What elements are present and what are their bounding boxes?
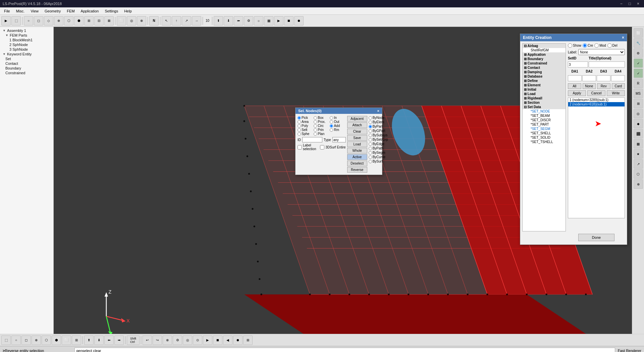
sidebar-icon-11[interactable]: ⬛ [634, 129, 643, 138]
radio-cre[interactable]: Cre [583, 43, 593, 48]
bottom-btn-22[interactable]: ⏺ [233, 336, 243, 345]
sidebar-icon-16[interactable]: ⊕ [634, 179, 643, 189]
radio-bypath[interactable]: ByPath [369, 146, 388, 150]
toolbar-btn-17[interactable]: ↗ [182, 16, 191, 26]
et-set-beam[interactable]: *SET_BEAM [523, 114, 566, 118]
toolbar-btn-12[interactable]: ⬜ [117, 16, 126, 26]
bottom-btn-9[interactable]: ⬆ [84, 336, 94, 345]
radio-box[interactable]: Box [314, 116, 329, 120]
radio-bypart[interactable]: ByPart [369, 125, 388, 128]
bottom-btn-16[interactable]: ⚙ [173, 336, 182, 345]
et-setdata[interactable]: ⊟ Set Data [523, 105, 566, 109]
done-btn[interactable]: Done [578, 234, 614, 241]
entity-creation-close[interactable]: × [622, 35, 624, 40]
toolbar-btn-N[interactable]: N [149, 16, 159, 26]
et-set-solid[interactable]: *SET_SOLID [523, 135, 566, 140]
sidebar-icon-2[interactable]: 🔧 [634, 38, 643, 48]
et-shellrefgm[interactable]: ShellRefGM [523, 48, 566, 52]
tree-constrained[interactable]: Constrained [0, 71, 53, 75]
bottom-btn-19[interactable]: ▶ [203, 336, 212, 345]
toolbar-btn-7[interactable]: ⬡ [64, 16, 73, 26]
bottom-btn-3[interactable]: ◻ [21, 336, 31, 345]
card-btn[interactable]: Card [612, 83, 625, 89]
radio-bynode[interactable]: ByNode [369, 116, 388, 120]
menu-application[interactable]: Application [78, 8, 102, 14]
radio-sphe[interactable]: Sphe [298, 132, 313, 136]
whole-btn[interactable]: Whole [347, 148, 367, 153]
tree-fem-parts[interactable]: ▼ FEM Parts [0, 33, 53, 38]
write-btn[interactable]: Write [607, 90, 625, 96]
sidebar-icon-7[interactable]: MS [634, 89, 643, 98]
et-constrained[interactable]: ⊞ Constrained [523, 61, 566, 65]
toolbar-btn-13[interactable]: ◎ [127, 16, 136, 26]
adjacent-btn[interactable]: Adjacent [347, 116, 367, 122]
radio-area[interactable]: Area [298, 120, 313, 124]
sidebar-icon-14[interactable]: ↗ [634, 159, 643, 169]
menu-misc[interactable]: Misc. [13, 8, 28, 14]
et-database[interactable]: ⊞ Database [523, 74, 566, 79]
tree-blockmesh1[interactable]: 1 BlockMesh1 [0, 38, 53, 42]
toolbar-btn-21[interactable]: ⬅ [234, 16, 243, 26]
toolbar-btn-16[interactable]: ↑ [172, 16, 181, 26]
bottom-btn-14[interactable]: ↪ [153, 336, 162, 345]
deselect-btn[interactable]: Deselect [347, 161, 367, 166]
bottom-btn-8[interactable]: ⊞ [72, 336, 81, 345]
sidebar-icon-13[interactable]: ★ [634, 149, 643, 159]
radio-in[interactable]: In [330, 116, 345, 120]
radio-bygpart[interactable]: ByGPart [369, 129, 388, 133]
attach-btn[interactable]: Attach [347, 122, 367, 128]
tree-sphnode1[interactable]: 2 SphNode [0, 42, 53, 47]
radio-byelem[interactable]: ByElem [369, 120, 388, 124]
bottom-btn-18[interactable]: ⊙ [193, 336, 202, 345]
toolbar-btn-27[interactable]: ⏺ [294, 16, 304, 26]
menu-file[interactable]: File [1, 8, 13, 14]
toolbar-btn-11[interactable]: ⊠ [104, 16, 114, 26]
tree-contact[interactable]: Contact [0, 61, 53, 66]
sidebar-icon-12[interactable]: ▦ [634, 139, 643, 148]
bottom-btn-12[interactable]: ➡ [114, 336, 124, 345]
toolbar-btn-2[interactable]: ⬚ [11, 16, 21, 26]
tree-boundary[interactable]: Boundary [0, 66, 53, 71]
bottom-btn-shift[interactable]: ShiftCtrl [127, 336, 140, 345]
minimize-btn[interactable]: − [618, 1, 625, 6]
label-select[interactable]: None [578, 49, 625, 55]
sidebar-icon-15[interactable]: ⬡ [634, 169, 643, 179]
et-initial[interactable]: ⊞ Initial [523, 87, 566, 92]
tree-keyword-entity[interactable]: ▼ Keyword Entity [0, 52, 53, 56]
toolbar-btn-20[interactable]: ⬇ [224, 16, 233, 26]
et-set-part[interactable]: *SET_PART [523, 122, 566, 127]
toolbar-btn-10[interactable]: ⊟ [94, 16, 104, 26]
sidebar-icon-8[interactable]: ⊞ [634, 99, 643, 108]
toolbar-btn-14[interactable]: ⊗ [137, 16, 146, 26]
setid-input[interactable] [568, 61, 588, 68]
bottom-btn-23[interactable]: ⊞ [243, 336, 253, 345]
radio-plan[interactable]: Plan [314, 132, 329, 136]
toolbar-btn-3[interactable]: ○ [24, 16, 33, 26]
apply-btn[interactable]: Apply [568, 90, 586, 96]
toolbar-btn-15[interactable]: ↖ [162, 16, 171, 26]
title-bar-controls[interactable]: − □ × [618, 1, 641, 6]
menu-view[interactable]: View [28, 8, 41, 14]
none-btn[interactable]: None [583, 83, 596, 89]
tree-sphnode2[interactable]: 3 SphNode [0, 47, 53, 52]
command-input[interactable] [74, 348, 615, 352]
da2-input[interactable] [582, 75, 596, 81]
radio-add[interactable]: Add [330, 124, 345, 128]
radio-prin[interactable]: Prin [314, 128, 329, 132]
rev-btn[interactable]: Rev [597, 83, 610, 89]
et-boundary[interactable]: ⊞ Boundary [523, 57, 566, 61]
bottom-btn-21[interactable]: ◀ [223, 336, 232, 345]
radio-prox[interactable]: Prox. [314, 120, 329, 124]
radio-poly[interactable]: Poly [298, 124, 313, 128]
et-define[interactable]: ⊞ Define [523, 79, 566, 83]
radio-show[interactable]: Show [568, 43, 581, 48]
sidebar-icon-6[interactable]: R [634, 79, 643, 88]
bottom-btn-10[interactable]: ⬇ [94, 336, 104, 345]
et-airbag[interactable]: ⊟ Airbag [523, 44, 566, 48]
et-element[interactable]: ⊞ Element [523, 83, 566, 87]
radio-bysubsys[interactable]: BySubsys [369, 133, 388, 137]
sidebar-icon-4[interactable]: ✓ [634, 58, 643, 68]
toolbar-btn-1[interactable]: ▶ [1, 16, 11, 26]
toolbar-btn-5[interactable]: ◇ [44, 16, 53, 26]
menu-help[interactable]: Help [121, 8, 135, 14]
